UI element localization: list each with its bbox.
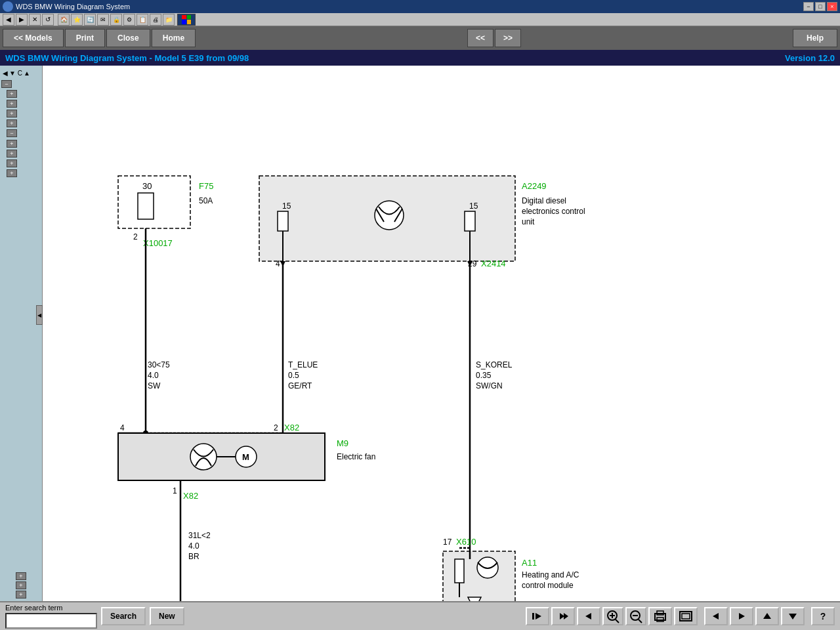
browser-refresh[interactable]: ↺ xyxy=(42,14,54,26)
svg-rect-0 xyxy=(118,176,190,228)
svg-text:15: 15 xyxy=(282,201,291,211)
close-button[interactable]: Close xyxy=(106,29,150,47)
models-button[interactable]: << Models xyxy=(3,29,64,47)
browser-back[interactable]: ◀ xyxy=(3,14,14,26)
nav-up-button[interactable] xyxy=(755,607,779,625)
app-title-bar: WDS BMW Wiring Diagram System - Model 5 … xyxy=(0,50,840,66)
sidebar-expand-3[interactable]: + xyxy=(7,110,17,117)
svg-text:control module: control module xyxy=(522,581,574,590)
svg-marker-89 xyxy=(713,613,719,620)
icon4[interactable]: ✉ xyxy=(97,14,109,26)
sidebar-expand-1[interactable]: + xyxy=(7,90,17,98)
zoom-in-button[interactable] xyxy=(602,607,623,625)
sidebar-collapse-handle[interactable]: ◀ xyxy=(36,305,43,325)
svg-marker-91 xyxy=(763,613,771,619)
svg-point-21 xyxy=(375,201,404,230)
svg-text:2: 2 xyxy=(274,423,278,432)
browser-stop[interactable]: ✕ xyxy=(29,14,41,26)
nav-prev-frame-button[interactable] xyxy=(551,607,575,625)
zoom-out-button[interactable] xyxy=(625,607,646,625)
nav-right-button[interactable] xyxy=(730,607,753,625)
search-button[interactable]: Search xyxy=(101,607,146,625)
svg-text:T_ELUE: T_ELUE xyxy=(288,360,318,369)
svg-text:4.0: 4.0 xyxy=(188,541,200,551)
icon7[interactable]: 📋 xyxy=(136,14,148,26)
next-button[interactable]: >> xyxy=(495,29,521,47)
minimize-button[interactable]: − xyxy=(803,2,814,11)
sidebar-expand-8[interactable]: + xyxy=(7,169,17,177)
sidebar-expand-5[interactable]: + xyxy=(7,140,17,148)
svg-text:unit: unit xyxy=(522,217,535,226)
svg-rect-59 xyxy=(443,551,515,601)
nav-left-button[interactable] xyxy=(704,607,728,625)
sidebar-collapse-1[interactable]: − xyxy=(1,80,12,88)
sidebar-expand-4[interactable]: + xyxy=(7,119,17,127)
icon1[interactable]: 🏠 xyxy=(58,14,70,26)
search-label: Enter search term xyxy=(5,604,97,612)
close-button-title[interactable]: × xyxy=(827,2,837,11)
svg-rect-23 xyxy=(465,211,475,231)
sidebar-collapse-2[interactable]: − xyxy=(7,129,17,137)
sidebar-expand-6[interactable]: + xyxy=(7,150,17,158)
svg-text:X82: X82 xyxy=(183,491,198,501)
title-bar-text: WDS BMW Wiring Diagram System xyxy=(16,3,130,10)
svg-text:4: 4 xyxy=(120,423,125,432)
status-bar: Enter search term Search New xyxy=(0,601,840,630)
m9-component[interactable]: M M9 Electric fan xyxy=(118,433,375,480)
icon6[interactable]: ⚙ xyxy=(123,14,135,26)
svg-text:0.5: 0.5 xyxy=(288,371,299,380)
svg-marker-76 xyxy=(585,613,591,620)
svg-text:Digital diesel: Digital diesel xyxy=(522,196,566,205)
f75-component[interactable]: 30 F75 50A 2 X10017 xyxy=(118,176,213,248)
svg-marker-63 xyxy=(468,597,481,601)
title-bar: WDS BMW Wiring Diagram System − □ × xyxy=(0,0,840,13)
nav-down-button[interactable] xyxy=(781,607,805,625)
print-button[interactable]: Print xyxy=(65,29,105,47)
title-bar-controls: − □ × xyxy=(803,2,837,11)
wiring-diagram: 30 F75 50A 2 X10017 4 30<75 4.0 SW A xyxy=(43,66,840,601)
a2249-component[interactable]: A2249 Digital diesel electronics control… xyxy=(259,176,585,268)
svg-text:31L<2: 31L<2 xyxy=(188,531,211,540)
sidebar-arrow-up[interactable]: ▲ xyxy=(24,70,30,77)
icon2[interactable]: ⭐ xyxy=(71,14,83,26)
title-bar-left: WDS BMW Wiring Diagram System xyxy=(3,1,130,12)
browser-fwd[interactable]: ▶ xyxy=(16,14,28,26)
diagram-area[interactable]: 30 F75 50A 2 X10017 4 30<75 4.0 SW A xyxy=(43,66,840,601)
a11-component[interactable]: 31 A11 Heating and A/C control module xyxy=(443,551,579,601)
prev-button[interactable]: << xyxy=(467,29,494,47)
help-diagram-button[interactable]: ? xyxy=(811,607,835,625)
nav-first-button[interactable] xyxy=(526,607,549,625)
windows-logo xyxy=(177,14,196,26)
icon5[interactable]: 🔒 xyxy=(110,14,122,26)
windows-icon xyxy=(3,1,13,12)
sidebar-scroll-down2[interactable]: + xyxy=(16,591,26,598)
new-button[interactable]: New xyxy=(150,607,184,625)
sidebar-expand-7[interactable]: + xyxy=(7,159,17,167)
sidebar-scroll-up[interactable]: + xyxy=(16,572,26,580)
print-diagram-button[interactable] xyxy=(648,607,672,625)
svg-line-80 xyxy=(616,620,619,623)
app-title-left: WDS BMW Wiring Diagram System - Model 5 … xyxy=(5,53,249,63)
svg-text:Heating and A/C: Heating and A/C xyxy=(522,570,579,579)
home-button[interactable]: Home xyxy=(152,29,196,47)
sidebar-top: ◀ ▼ C ▲ xyxy=(1,68,41,78)
svg-text:50A: 50A xyxy=(199,196,213,205)
svg-text:X10017: X10017 xyxy=(143,238,173,248)
svg-text:SW/GN: SW/GN xyxy=(476,381,503,390)
help-button[interactable]: Help xyxy=(793,29,837,47)
sidebar-dropdown[interactable]: ▼ C xyxy=(9,70,22,77)
icon8[interactable]: 🖨 xyxy=(150,14,161,26)
icon9[interactable]: 📁 xyxy=(163,14,175,26)
sidebar-expand-2[interactable]: + xyxy=(7,100,17,108)
icon3[interactable]: 🔄 xyxy=(84,14,96,26)
search-input[interactable] xyxy=(5,613,97,629)
svg-text:0.35: 0.35 xyxy=(476,371,492,380)
screenshot-button[interactable] xyxy=(674,607,698,625)
sidebar-scroll-down[interactable]: + xyxy=(16,581,26,589)
svg-marker-90 xyxy=(739,613,745,620)
restore-button[interactable]: □ xyxy=(815,2,826,11)
svg-text:1: 1 xyxy=(173,486,177,495)
nav-prev-button[interactable] xyxy=(577,607,600,625)
svg-rect-88 xyxy=(682,614,690,619)
sidebar-arrow-left[interactable]: ◀ xyxy=(3,70,8,77)
